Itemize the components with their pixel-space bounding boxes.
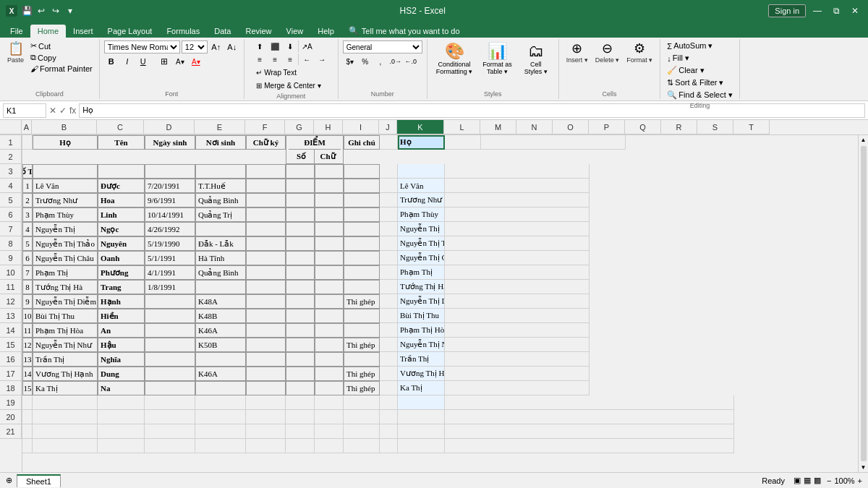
cell-F20[interactable] (246, 424, 286, 439)
cell-C4[interactable]: Hoa (98, 193, 145, 207)
cell-GH1-header[interactable]: ĐIỂM Số Chữ (286, 135, 344, 164)
cell-H8[interactable] (315, 251, 344, 265)
add-sheet-button[interactable]: ⊕ (3, 474, 15, 487)
cell-F15[interactable] (246, 352, 286, 367)
cell-G9[interactable] (286, 265, 315, 280)
cell-D15[interactable] (145, 352, 195, 367)
cell-G13[interactable] (286, 323, 315, 338)
col-header-c[interactable]: C (97, 120, 144, 134)
cell-B13[interactable]: Phạm Thị Hòa (33, 323, 98, 338)
font-color-button[interactable]: A▾ (189, 55, 203, 68)
cell-E18[interactable] (195, 395, 246, 410)
insert-button[interactable]: ⊕ Insert ▾ (563, 40, 591, 65)
row-header-3[interactable]: 3 (0, 164, 22, 179)
row-header-15[interactable]: 15 (0, 338, 22, 352)
cell-K7[interactable]: Nguyễn Thị Thảo (398, 236, 445, 251)
increase-font-btn[interactable]: A↑ (209, 40, 224, 53)
cell-B12[interactable]: Bùi Thị Thu (33, 309, 98, 323)
cell-I12[interactable] (344, 309, 380, 323)
cell-D2[interactable] (145, 164, 195, 179)
cell-C9[interactable]: Phương (98, 265, 145, 280)
row-header-12[interactable]: 12 (0, 294, 22, 309)
cell-J19[interactable] (380, 410, 398, 424)
cell-B10[interactable]: Tướng Thị Hà (33, 280, 98, 294)
cell-I6[interactable] (344, 222, 380, 236)
formula-input[interactable] (79, 103, 865, 118)
cell-I16[interactable]: Thi ghép (344, 367, 380, 381)
cell-J12[interactable] (380, 309, 398, 323)
cell-styles-button[interactable]: 🗂 CellStyles ▾ (518, 40, 554, 77)
row-header-2[interactable]: 2 (0, 150, 22, 164)
cell-H17[interactable] (315, 381, 344, 395)
cell-I7[interactable] (344, 236, 380, 251)
row-header-16[interactable]: 16 (0, 352, 22, 367)
cell-A9[interactable]: 7 (22, 265, 33, 280)
cell-K17[interactable]: Ka Thị (398, 381, 445, 395)
clear-button[interactable]: 🧹 Clear ▾ (665, 65, 706, 76)
cell-C11[interactable]: Hạnh (98, 294, 145, 309)
cell-F18[interactable] (246, 395, 286, 410)
cell-D5[interactable]: 10/14/1991 (145, 207, 195, 222)
cell-F17[interactable] (246, 381, 286, 395)
cell-E2[interactable] (195, 164, 246, 179)
restore-button[interactable]: ⧉ (829, 4, 843, 18)
cell-K13[interactable]: Phạm Thị Hòa (398, 323, 445, 338)
cell-G11[interactable] (286, 294, 315, 309)
col-header-f[interactable]: F (245, 120, 285, 134)
scroll-thumb[interactable] (861, 146, 867, 461)
cell-F21[interactable] (246, 439, 286, 453)
undo-qat-btn[interactable]: ↩ (35, 4, 48, 17)
cell-I18[interactable] (344, 395, 380, 410)
cell-J20[interactable] (380, 424, 398, 439)
cell-F11[interactable] (246, 294, 286, 309)
cell-E4[interactable]: Quảng Bình (195, 193, 246, 207)
cell-I2[interactable] (344, 164, 380, 179)
tab-review[interactable]: Review (238, 25, 278, 38)
cell-B21[interactable] (33, 439, 98, 453)
cell-D21[interactable] (145, 439, 195, 453)
cell-E19[interactable] (195, 410, 246, 424)
cell-C6[interactable]: Ngọc (98, 222, 145, 236)
col-header-n[interactable]: N (516, 120, 553, 134)
cell-B16[interactable]: Vương Thị Hạnh (33, 367, 98, 381)
row-header-19[interactable]: 19 (0, 395, 22, 410)
cell-K6[interactable]: Nguyễn Thị (398, 222, 445, 236)
format-button[interactable]: ⚙ Format ▾ (624, 40, 655, 65)
conditional-formatting-button[interactable]: 🎨 ConditionalFormatting ▾ (432, 40, 477, 77)
cell-D4[interactable]: 9/6/1991 (145, 193, 195, 207)
cut-button[interactable]: ✂ Cut (28, 40, 95, 51)
cell-H2[interactable] (315, 164, 344, 179)
cell-E1[interactable]: Nơi sinh (195, 135, 246, 150)
cell-G6[interactable] (286, 222, 315, 236)
cell-C14[interactable]: Hậu (98, 338, 145, 352)
col-header-g[interactable]: G (285, 120, 314, 134)
cell-F16[interactable] (246, 367, 286, 381)
cell-C10[interactable]: Trang (98, 280, 145, 294)
cell-E13[interactable]: K46A (195, 323, 246, 338)
cell-A11[interactable]: 9 (22, 294, 33, 309)
cell-K5[interactable]: Phạm Thùy (398, 207, 445, 222)
cell-I9[interactable] (344, 265, 380, 280)
row-header-14[interactable]: 14 (0, 323, 22, 338)
cell-G19[interactable] (286, 410, 315, 424)
scroll-up-btn[interactable]: ▲ (859, 135, 868, 145)
cell-G20[interactable] (286, 424, 315, 439)
cell-H3[interactable] (315, 179, 344, 193)
cell-E10[interactable] (195, 280, 246, 294)
cell-B5[interactable]: Phạm Thùy (33, 207, 98, 222)
cell-G21[interactable] (286, 439, 315, 453)
cell-K10[interactable]: Tướng Thị Hà (398, 280, 445, 294)
cell-D20[interactable] (145, 424, 195, 439)
col-header-s[interactable]: S (697, 120, 733, 134)
cell-I4[interactable] (344, 193, 380, 207)
cell-D17[interactable] (145, 381, 195, 395)
cell-J2[interactable] (380, 164, 398, 179)
cell-L1[interactable] (445, 135, 481, 150)
align-right-btn[interactable]: ≡ (283, 53, 297, 65)
cell-J6[interactable] (380, 222, 398, 236)
copy-button[interactable]: ⧉ Copy (28, 52, 95, 63)
cell-A15[interactable]: 13 (22, 352, 33, 367)
cell-K3[interactable]: Lê Văn (398, 179, 445, 193)
cell-B1[interactable]: Họ (33, 135, 98, 150)
align-top-btn[interactable]: ⬆ (252, 40, 267, 52)
